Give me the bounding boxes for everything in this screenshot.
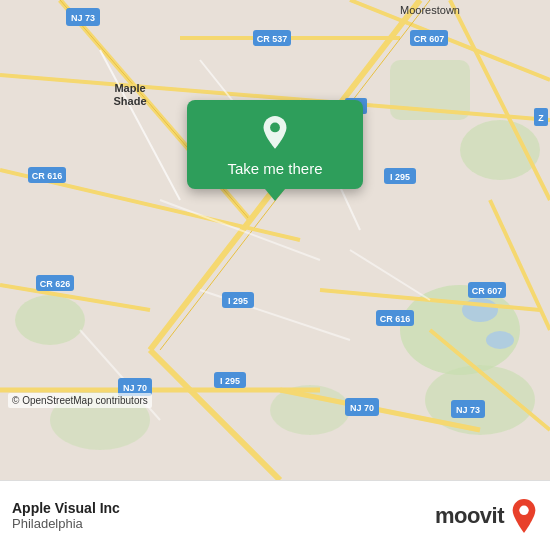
svg-text:NJ 70: NJ 70 [350, 403, 374, 413]
svg-text:CR 607: CR 607 [414, 34, 445, 44]
location-pin-icon [257, 116, 293, 152]
svg-text:CR 616: CR 616 [380, 314, 411, 324]
take-me-there-label: Take me there [227, 160, 322, 177]
app-name: Apple Visual Inc [12, 500, 120, 516]
moovit-pin-icon [510, 499, 538, 533]
svg-point-66 [270, 123, 280, 133]
svg-text:CR 537: CR 537 [257, 34, 288, 44]
moovit-logo: moovit [435, 499, 538, 533]
bottom-bar: Apple Visual Inc Philadelphia moovit [0, 480, 550, 550]
svg-text:I 295: I 295 [228, 296, 248, 306]
svg-text:I 295: I 295 [220, 376, 240, 386]
location-popup[interactable]: Take me there [187, 100, 363, 189]
svg-text:CR 626: CR 626 [40, 279, 71, 289]
svg-point-9 [486, 331, 514, 349]
svg-text:NJ 73: NJ 73 [456, 405, 480, 415]
svg-text:CR 616: CR 616 [32, 171, 63, 181]
svg-text:I 295: I 295 [390, 172, 410, 182]
map-container: NJ 73 CR 537 CR 607 Moorestown Maple Sha… [0, 0, 550, 480]
svg-point-3 [15, 295, 85, 345]
app-info: Apple Visual Inc Philadelphia [12, 500, 120, 531]
svg-text:Maple: Maple [114, 82, 145, 94]
svg-text:NJ 73: NJ 73 [71, 13, 95, 23]
svg-text:Shade: Shade [113, 95, 146, 107]
svg-point-67 [519, 505, 528, 514]
svg-text:NJ 70: NJ 70 [123, 383, 147, 393]
app-city: Philadelphia [12, 516, 120, 531]
svg-point-2 [460, 120, 540, 180]
svg-text:CR 607: CR 607 [472, 286, 503, 296]
svg-text:Z: Z [538, 113, 544, 123]
svg-text:Moorestown: Moorestown [400, 4, 460, 16]
osm-credit: © OpenStreetMap contributors [8, 393, 152, 408]
moovit-text: moovit [435, 503, 504, 529]
